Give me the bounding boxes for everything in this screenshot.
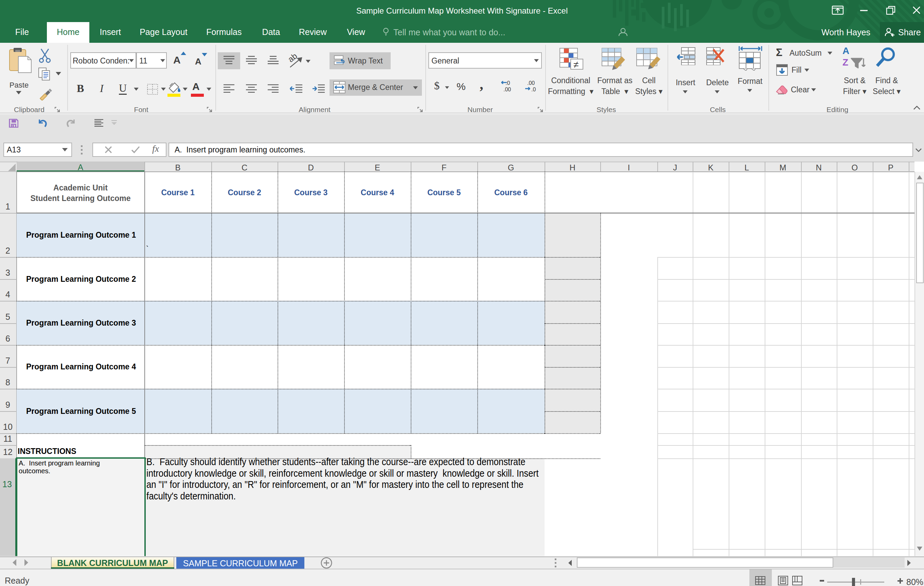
svg-text:.0: .0 [505,80,510,86]
svg-text:.00: .00 [503,87,511,92]
svg-text:.00: .00 [527,80,535,86]
svg-text:.0: .0 [531,87,536,92]
svg-text:≠: ≠ [573,59,579,70]
